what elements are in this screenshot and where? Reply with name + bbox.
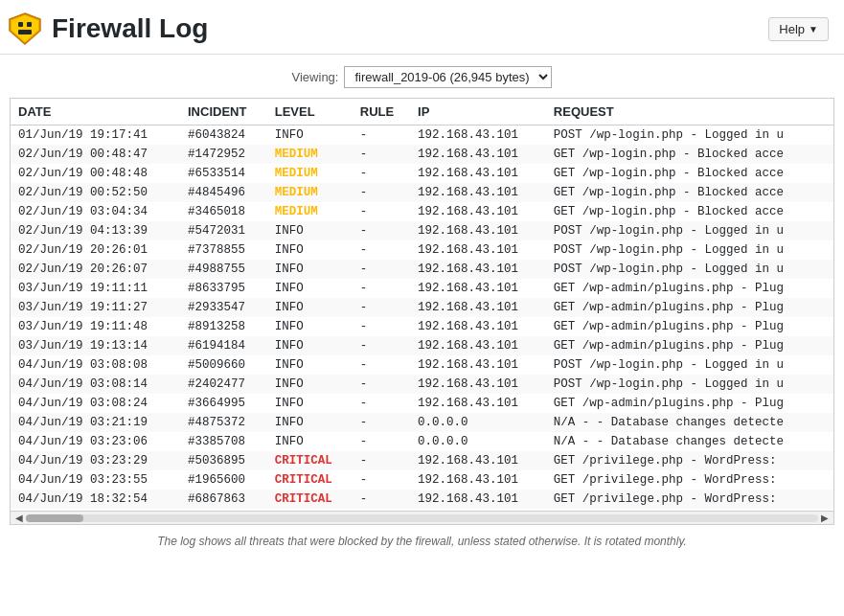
page-wrapper: Firewall Log Help ▼ Viewing: firewall_20… bbox=[0, 0, 844, 616]
cell-rule: - bbox=[353, 394, 410, 413]
cell-level: INFO bbox=[267, 317, 353, 336]
cell-incident: #5036895 bbox=[180, 451, 267, 470]
cell-date: 01/Jun/19 19:17:41 bbox=[11, 125, 180, 146]
cell-date: 04/Jun/19 03:23:55 bbox=[11, 470, 180, 490]
cell-date: 04/Jun/19 03:23:06 bbox=[11, 432, 180, 451]
cell-rule: - bbox=[353, 240, 410, 260]
scroll-track bbox=[26, 514, 818, 522]
viewing-bar: Viewing: firewall_2019-06 (26,945 bytes) bbox=[0, 55, 844, 98]
cell-request: POST /wp-login.php - Logged in u bbox=[546, 221, 833, 240]
scroll-thumb[interactable] bbox=[26, 514, 83, 522]
cell-ip: 192.168.43.101 bbox=[410, 470, 546, 490]
cell-level: MEDIUM bbox=[267, 164, 353, 183]
header-bar: Firewall Log Help ▼ bbox=[0, 0, 844, 55]
shield-icon bbox=[8, 11, 42, 46]
cell-request: GET /privilege.php - WordPress: bbox=[546, 451, 833, 470]
table-row: 03/Jun/19 19:13:14 #6194184 INFO - 192.1… bbox=[11, 336, 833, 355]
scroll-left-arrow[interactable]: ◀ bbox=[12, 513, 26, 523]
cell-ip: 0.0.0.0 bbox=[410, 413, 546, 432]
cell-incident: #7378855 bbox=[180, 240, 267, 260]
cell-request: N/A - - Database changes detecte bbox=[546, 413, 833, 432]
cell-ip: 192.168.43.101 bbox=[410, 202, 546, 221]
cell-date: 04/Jun/19 03:08:14 bbox=[11, 375, 180, 394]
cell-incident: #2402477 bbox=[180, 375, 267, 394]
cell-level: INFO bbox=[267, 279, 353, 298]
cell-date: 02/Jun/19 03:04:34 bbox=[11, 202, 180, 221]
cell-ip: 192.168.43.101 bbox=[410, 125, 546, 146]
cell-date: 02/Jun/19 00:48:47 bbox=[11, 145, 180, 164]
title-area: Firewall Log bbox=[8, 11, 208, 46]
cell-level: INFO bbox=[267, 432, 353, 451]
cell-rule: - bbox=[353, 279, 410, 298]
table-row: 03/Jun/19 19:11:11 #8633795 INFO - 192.1… bbox=[11, 279, 833, 298]
cell-rule: - bbox=[353, 355, 410, 375]
table-row: 02/Jun/19 20:26:01 #7378855 INFO - 192.1… bbox=[11, 240, 833, 260]
svg-marker-1 bbox=[11, 15, 38, 42]
bottom-scrollbar[interactable]: ◀ ▶ bbox=[10, 512, 834, 525]
cell-rule: - bbox=[353, 336, 410, 355]
cell-incident: #1965600 bbox=[180, 470, 267, 490]
cell-rule: - bbox=[353, 125, 410, 146]
footnote: The log shows all threats that were bloc… bbox=[0, 525, 844, 563]
svg-rect-2 bbox=[18, 22, 23, 27]
cell-incident: #6867863 bbox=[180, 490, 267, 509]
table-row: 04/Jun/19 03:08:24 #3664995 INFO - 192.1… bbox=[11, 394, 833, 413]
scroll-right-arrow[interactable]: ▶ bbox=[818, 513, 832, 523]
cell-ip: 192.168.43.101 bbox=[410, 509, 546, 511]
cell-level: INFO bbox=[267, 240, 353, 260]
cell-rule: - bbox=[353, 298, 410, 317]
table-row: 02/Jun/19 00:52:50 #4845496 MEDIUM - 192… bbox=[11, 183, 833, 202]
cell-incident: #4845496 bbox=[180, 183, 267, 202]
cell-incident: #5472031 bbox=[180, 221, 267, 240]
table-row: 03/Jun/19 19:11:27 #2933547 INFO - 192.1… bbox=[11, 298, 833, 317]
cell-level: INFO bbox=[267, 355, 353, 375]
cell-date: 04/Jun/19 03:08:24 bbox=[11, 394, 180, 413]
cell-rule: - bbox=[353, 164, 410, 183]
table-row: 02/Jun/19 04:13:39 #5472031 INFO - 192.1… bbox=[11, 221, 833, 240]
cell-date: 03/Jun/19 19:11:48 bbox=[11, 317, 180, 336]
cell-incident: #8913258 bbox=[180, 317, 267, 336]
cell-request: GET /wp-login.php - Blocked acce bbox=[546, 183, 833, 202]
help-label: Help bbox=[779, 22, 805, 36]
cell-level: CRITICAL bbox=[267, 490, 353, 509]
cell-ip: 192.168.43.101 bbox=[410, 221, 546, 240]
col-request: REQUEST bbox=[546, 99, 833, 125]
cell-level: INFO bbox=[267, 260, 353, 279]
cell-ip: 192.168.43.101 bbox=[410, 164, 546, 183]
cell-incident: #3465018 bbox=[180, 202, 267, 221]
cell-date: 02/Jun/19 00:48:48 bbox=[11, 164, 180, 183]
svg-rect-3 bbox=[27, 22, 32, 27]
cell-ip: 192.168.43.101 bbox=[410, 240, 546, 260]
col-rule: RULE bbox=[353, 99, 410, 125]
cell-level: INFO bbox=[267, 221, 353, 240]
cell-ip: 192.168.43.101 bbox=[410, 145, 546, 164]
page-title: Firewall Log bbox=[52, 13, 208, 44]
cell-incident: #5009660 bbox=[180, 355, 267, 375]
cell-incident: #3385708 bbox=[180, 432, 267, 451]
cell-incident: #3664995 bbox=[180, 394, 267, 413]
cell-request: GET /wp-admin/plugins.php - Plug bbox=[546, 279, 833, 298]
svg-rect-4 bbox=[18, 30, 32, 34]
table-row: 04/Jun/19 18:32:54 #6867863 CRITICAL - 1… bbox=[11, 490, 833, 509]
cell-level: INFO bbox=[267, 375, 353, 394]
table-row: 04/Jun/19 03:23:29 #5036895 CRITICAL - 1… bbox=[11, 451, 833, 470]
cell-ip: 192.168.43.101 bbox=[410, 260, 546, 279]
table-row: 01/Jun/19 19:17:41 #6043824 INFO - 192.1… bbox=[11, 125, 833, 146]
help-button[interactable]: Help ▼ bbox=[768, 17, 829, 41]
table-container: DATE INCIDENT LEVEL RULE IP REQUEST 01/J… bbox=[10, 98, 834, 512]
cell-request: GET /privilege.php - WordPress: bbox=[546, 490, 833, 509]
table-row: 02/Jun/19 00:48:47 #1472952 MEDIUM - 192… bbox=[11, 145, 833, 164]
table-scroll[interactable]: DATE INCIDENT LEVEL RULE IP REQUEST 01/J… bbox=[11, 99, 833, 511]
cell-incident: #4875372 bbox=[180, 413, 267, 432]
cell-date: 03/Jun/19 19:11:11 bbox=[11, 279, 180, 298]
cell-request: POST /wp-login.php - Logged in u bbox=[546, 260, 833, 279]
cell-rule: - bbox=[353, 221, 410, 240]
cell-rule: - bbox=[353, 432, 410, 451]
cell-incident: #1472952 bbox=[180, 145, 267, 164]
cell-request: GET /wp-admin/plugins.php - Plug bbox=[546, 394, 833, 413]
cell-rule: - bbox=[353, 145, 410, 164]
viewing-select[interactable]: firewall_2019-06 (26,945 bytes) bbox=[344, 66, 552, 88]
cell-incident: #8633795 bbox=[180, 279, 267, 298]
cell-request: GET /privilege.php - WordPress: bbox=[546, 470, 833, 490]
cell-rule: - bbox=[353, 413, 410, 432]
